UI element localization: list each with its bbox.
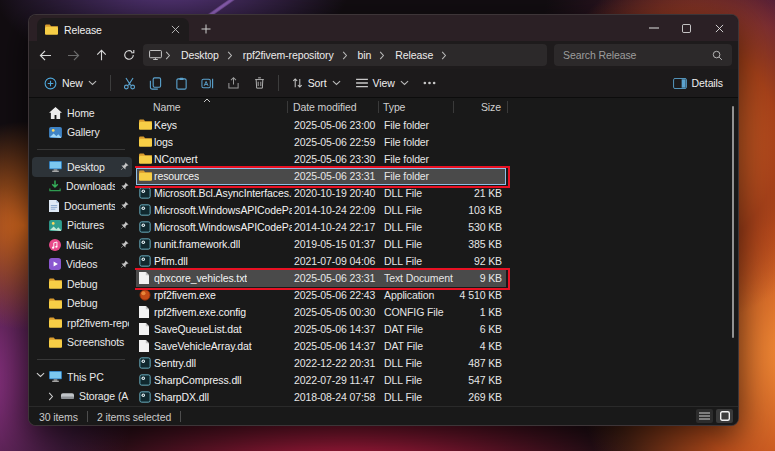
search-input[interactable]: Search Release: [554, 44, 732, 66]
sidebar-item-pictures[interactable]: Pictures: [32, 216, 132, 236]
rename-button[interactable]: [195, 71, 220, 95]
sidebar-item-this-pc[interactable]: This PC: [32, 367, 132, 387]
sidebar-item-downloads[interactable]: Downloads: [32, 177, 132, 197]
maximize-button[interactable]: [670, 15, 703, 41]
folder-icon: [49, 278, 62, 289]
gallery-icon: [49, 127, 62, 138]
sidebar-item-desktop[interactable]: Desktop: [32, 157, 132, 177]
file-row-pfim-dll[interactable]: Pfim.dll2021-07-09 04:06DLL File92 KB: [136, 253, 506, 270]
file-type: DAT File: [384, 338, 423, 355]
folder-icon: [49, 337, 62, 348]
status-divider: [87, 411, 88, 422]
file-date-modified: 2025-05-06 14:37: [294, 321, 375, 338]
new-button[interactable]: New: [37, 71, 104, 95]
file-size: 487 KB: [432, 355, 502, 372]
cut-button[interactable]: [117, 71, 142, 95]
sort-button[interactable]: Sort: [285, 71, 348, 95]
dll-file-icon: [139, 391, 151, 403]
file-row-resources[interactable]: resources2025-05-06 23:31File folder: [136, 168, 506, 185]
column-divider[interactable]: [287, 101, 288, 113]
column-header-date-modified[interactable]: Date modified: [293, 101, 356, 113]
file-date-modified: 2020-10-19 20:40: [294, 185, 375, 202]
file-date-modified: 2025-05-06 14:37: [294, 338, 375, 355]
file-type: DLL File: [384, 372, 422, 389]
file-row-qbxcore-vehicles-txt[interactable]: qbxcore_vehicles.txt2025-05-06 23:31Text…: [136, 270, 506, 287]
column-header-name[interactable]: Name: [153, 101, 181, 113]
column-divider[interactable]: [378, 101, 379, 113]
folder-file-icon: [139, 136, 152, 147]
sidebar-item-videos[interactable]: Videos: [32, 255, 132, 275]
column-divider[interactable]: [453, 101, 454, 113]
icons-view-toggle[interactable]: [716, 409, 733, 423]
details-view-toggle[interactable]: [696, 409, 713, 423]
sidebar-item-gallery[interactable]: Gallery: [32, 123, 132, 143]
sidebar-item-label: Music: [66, 239, 115, 251]
up-button[interactable]: [87, 43, 115, 67]
sidebar-item-home[interactable]: Home: [32, 103, 132, 123]
file-row-microsoft-windowsapicodepack-dll[interactable]: Microsoft.WindowsAPICodePack.dll2014-10-…: [136, 202, 506, 219]
breadcrumb[interactable]: Desktoprpf2fivem-repositorybinRelease: [143, 44, 547, 66]
share-button[interactable]: [221, 71, 246, 95]
file-type: DLL File: [384, 253, 422, 270]
file-date-modified: 2018-08-24 07:58: [294, 389, 375, 406]
copy-button[interactable]: [143, 71, 168, 95]
minimize-button[interactable]: [637, 15, 670, 41]
thispc-icon: [49, 371, 62, 382]
file-row-sharpcompress-dll[interactable]: SharpCompress.dll2022-07-29 11:47DLL Fil…: [136, 372, 506, 389]
chevron-down-icon[interactable]: [36, 372, 45, 378]
file-row-microsoft-windowsapicodepack-shell-dll[interactable]: Microsoft.WindowsAPICodePack.Shell.dll20…: [136, 219, 506, 236]
vertical-scrollbar[interactable]: [732, 106, 734, 338]
close-button[interactable]: [703, 15, 736, 41]
file-row-keys[interactable]: Keys2025-05-06 23:00File folder: [136, 117, 506, 134]
breadcrumb-segment-bin[interactable]: bin: [353, 49, 377, 61]
breadcrumb-segment-desktop[interactable]: Desktop: [176, 49, 224, 61]
details-pane-button[interactable]: Details: [666, 71, 730, 95]
arrow-right-icon: [67, 50, 80, 61]
file-row-microsoft-bcl-asyncinterfaces-dll[interactable]: Microsoft.Bcl.AsyncInterfaces.dll2020-10…: [136, 185, 506, 202]
new-tab-button[interactable]: [195, 19, 217, 39]
file-row-nconvert[interactable]: NConvert2025-05-06 23:30File folder: [136, 151, 506, 168]
more-options-button[interactable]: [417, 71, 442, 95]
refresh-button[interactable]: [115, 43, 143, 67]
tab-release[interactable]: Release: [37, 18, 189, 41]
sidebar-item-debug[interactable]: Debug: [32, 274, 132, 294]
file-size: 92 KB: [432, 253, 502, 270]
close-icon: [715, 24, 724, 33]
file-name: rpf2fivem.exe.config: [154, 304, 246, 321]
column-divider[interactable]: [507, 101, 508, 113]
sidebar-item-music[interactable]: Music: [32, 235, 132, 255]
file-row-rpf2fivem-exe-config[interactable]: rpf2fivem.exe.config2025-05-05 00:30CONF…: [136, 304, 506, 321]
breadcrumb-segment-rpf2fivem-repository[interactable]: rpf2fivem-repository: [238, 49, 339, 61]
delete-button[interactable]: [247, 71, 272, 95]
file-row-sharpdx-dll[interactable]: SharpDX.dll2018-08-24 07:58DLL File269 K…: [136, 389, 506, 406]
sidebar-divider: [37, 149, 125, 150]
file-rows: Keys2025-05-06 23:00File folderlogs2025-…: [136, 117, 506, 406]
forward-button[interactable]: [59, 43, 87, 67]
file-row-savevehiclearray-dat[interactable]: SaveVehicleArray.dat2025-05-06 14:37DAT …: [136, 338, 506, 355]
sidebar-item-rpf2fivem-repos[interactable]: rpf2fivem-repos: [32, 313, 132, 333]
file-date-modified: 2025-05-06 23:31: [294, 168, 375, 185]
column-header-size[interactable]: Size: [431, 101, 501, 113]
sidebar-item-documents[interactable]: Documents: [32, 196, 132, 216]
sidebar-item-storage-a-[interactable]: Storage (A:): [32, 387, 132, 407]
chevron-right-icon[interactable]: [48, 392, 54, 401]
column-header-type[interactable]: Type: [383, 101, 405, 113]
sidebar-item-label: Screenshots: [67, 336, 129, 348]
view-button[interactable]: View: [349, 71, 416, 95]
file-name: SaveVehicleArray.dat: [154, 338, 252, 355]
file-row-savequeuelist-dat[interactable]: SaveQueueList.dat2025-05-06 14:37DAT Fil…: [136, 321, 506, 338]
back-button[interactable]: [31, 43, 59, 67]
sidebar-item-debug[interactable]: Debug: [32, 294, 132, 314]
file-row-sentry-dll[interactable]: Sentry.dll2022-12-22 20:31DLL File487 KB: [136, 355, 506, 372]
sidebar-item-label: This PC: [67, 371, 129, 383]
file-row-logs[interactable]: logs2025-05-06 22:59File folder: [136, 134, 506, 151]
file-date-modified: 2025-05-06 23:31: [294, 270, 375, 287]
file-row-nunit-framework-dll[interactable]: nunit.framework.dll2019-05-15 01:37DLL F…: [136, 236, 506, 253]
breadcrumb-segment-release[interactable]: Release: [390, 49, 438, 61]
chevron-down-icon: [400, 80, 409, 86]
tab-close-icon[interactable]: [167, 22, 183, 38]
dll-file-icon: [139, 221, 151, 233]
sidebar-item-screenshots[interactable]: Screenshots: [32, 333, 132, 353]
paste-button[interactable]: [169, 71, 194, 95]
file-row-rpf2fivem-exe[interactable]: rpf2fivem.exe2025-05-06 22:43Application…: [136, 287, 506, 304]
